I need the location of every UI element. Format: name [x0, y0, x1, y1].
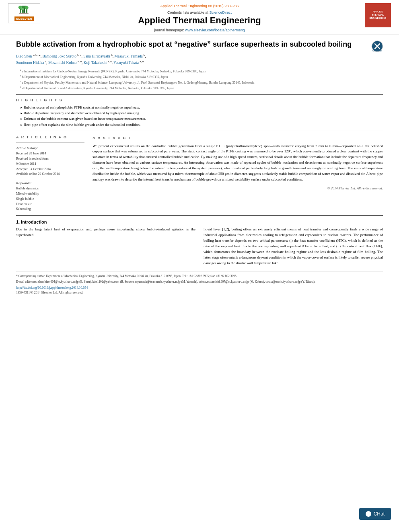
authors: Biao Shen a, b, *, Bambang Joko Suroto b… — [16, 53, 383, 66]
elsevier-text: ELSEVIER — [14, 16, 34, 21]
author-sana[interactable]: Sana Hirabayashi — [83, 55, 110, 59]
page: ELSEVIER APPLIEDTHERMALENGINEERING Appli… — [0, 0, 399, 532]
available-date: Available online 22 October 2014 — [16, 172, 84, 177]
title-container: Bubble activation from a hydrophobic spo… — [16, 40, 383, 49]
elsevier-tree-icon — [16, 6, 32, 16]
abstract-section: A B S T R A C T We present experimental … — [93, 135, 383, 191]
keyword-5: Subcooling — [16, 207, 84, 212]
author-yasuyuki[interactable]: Yasuyuki Takata — [113, 61, 139, 65]
svg-rect-8 — [19, 13, 29, 14]
article-history: Article history: Received 20 June 2014 R… — [16, 146, 84, 177]
author-koji[interactable]: Koji Takahashi — [84, 61, 107, 65]
abstract-label: A B S T R A C T — [93, 135, 383, 141]
article-title: Bubble activation from a hydrophobic spo… — [16, 40, 383, 49]
highlights-label: H I G H L I G H T S — [16, 98, 383, 102]
affiliation-b: b b Department of Mechanical Engineering… — [20, 74, 383, 79]
introduction-columns: Due to the large latent heat of evaporat… — [16, 227, 383, 266]
highlight-item-4: Heat-pipe effect explains the slow bubbl… — [20, 122, 383, 127]
doi-line: http://dx.doi.org/10.1016/j.applthermale… — [16, 286, 383, 290]
highlight-item-3: Estimate of the bubble content was given… — [20, 116, 383, 121]
highlight-item-1: Bubbles occurred on hydrophobic PTFE spo… — [20, 105, 383, 110]
chat-button-label: CHat — [374, 511, 385, 517]
doi-link[interactable]: http://dx.doi.org/10.1016/j.applthermale… — [16, 286, 88, 290]
introduction-title: 1. Introduction — [16, 220, 383, 224]
introduction-section: 1. Introduction Due to the large latent … — [16, 220, 383, 266]
keywords-title: Keywords: — [16, 181, 84, 185]
journal-title: Applied Thermal Engineering — [8, 15, 391, 26]
abstract-text: We present experimental results on the c… — [93, 144, 383, 183]
keyword-2: Mixed wettability — [16, 191, 84, 197]
highlights-list: Bubbles occurred on hydrophobic PTFE spo… — [16, 105, 383, 128]
affiliation-a: a a International Institute for Carbon-N… — [20, 69, 383, 74]
revised-date: 9 October 2014 — [16, 162, 84, 167]
homepage-url[interactable]: www.elsevier.com/locate/apthermeng — [185, 28, 245, 32]
svg-point-7 — [25, 6, 29, 10]
crossmark: CrossMark — [371, 40, 383, 52]
elsevier-logo-area: ELSEVIER — [8, 3, 40, 23]
highlights-section: H I G H L I G H T S Bubbles occurred on … — [16, 98, 383, 128]
article-info-label: A R T I C L E I N F O — [16, 135, 84, 139]
divider-info — [16, 142, 84, 143]
history-title: Article history: — [16, 146, 84, 150]
keyword-4: Dissolve air — [16, 202, 84, 207]
article-body: Bubble activation from a hydrophobic spo… — [0, 35, 399, 300]
divider-1 — [16, 94, 383, 95]
chat-icon — [366, 511, 371, 517]
chat-button[interactable]: CHat — [359, 508, 391, 520]
copyright-line: © 2014 Elsevier Ltd. All rights reserved… — [93, 186, 383, 191]
received-date: Received 20 June 2014 — [16, 151, 84, 156]
elsevier-logo: ELSEVIER — [8, 3, 40, 23]
accepted-date: Accepted 14 October 2014 — [16, 167, 84, 172]
journal-header: ELSEVIER APPLIEDTHERMALENGINEERING Appli… — [0, 0, 399, 35]
highlight-item-2: Bubble departure frequency and diameter … — [20, 110, 383, 116]
sciencedirect-link[interactable]: ScienceDirect — [210, 10, 232, 14]
keyword-1: Bubble dynamics — [16, 186, 84, 191]
intro-col-right: liquid layer [1,2], boiling offers an ex… — [204, 227, 383, 266]
article-info-col: A R T I C L E I N F O Article history: R… — [16, 135, 84, 212]
affiliation-c: c c Department of Physics, Faculty Mathe… — [20, 80, 383, 85]
abstract-col: A B S T R A C T We present experimental … — [93, 135, 383, 212]
affiliation-d: d d Department of Aeronautics and Astron… — [20, 86, 383, 90]
journal-ref: Applied Thermal Engineering 88 (2015) 23… — [8, 4, 391, 8]
corresponding-author-note: * Corresponding author. Department of Me… — [16, 274, 383, 278]
author-biao-shen[interactable]: Biao Shen — [16, 55, 32, 59]
keywords-body: Bubble dynamics Mixed wettability Single… — [16, 186, 84, 212]
divider-2 — [16, 131, 383, 131]
journal-logo-right: APPLIEDTHERMALENGINEERING — [365, 3, 391, 27]
homepage-line: journal homepage: www.elsevier.com/locat… — [8, 28, 391, 32]
contents-line: Contents lists available at ScienceDirec… — [8, 10, 391, 14]
history-body: Received 20 June 2014 Received in revise… — [16, 151, 84, 177]
author-bambang[interactable]: Bambang Joko Suroto — [42, 55, 76, 59]
intro-col-left: Due to the large latent heat of evaporat… — [16, 227, 195, 266]
author-masayuki[interactable]: Masayuki Yamada — [115, 55, 143, 59]
email-line: E-mail addresses: shen.biao.604@m.kyushu… — [16, 279, 383, 284]
author-sumitomo[interactable]: Sumitomo Hidaka — [16, 61, 44, 65]
issn-line: 1359-4311/© 2014 Elsevier Ltd. All right… — [16, 290, 383, 295]
divider-3 — [16, 215, 383, 216]
keyword-3: Single bubble — [16, 197, 84, 202]
crossmark-icon: CrossMark — [371, 40, 384, 53]
svg-text:CrossMark: CrossMark — [372, 49, 383, 52]
revised-label: Received in revised form — [16, 156, 84, 162]
article-info-abstract: A R T I C L E I N F O Article history: R… — [16, 135, 383, 212]
affiliations: a a International Institute for Carbon-N… — [16, 69, 383, 90]
author-masamichi[interactable]: Masamichi Kohno — [48, 61, 76, 65]
footnotes: * Corresponding author. Department of Me… — [16, 271, 383, 296]
keywords-section: Keywords: Bubble dynamics Mixed wettabil… — [16, 181, 84, 212]
